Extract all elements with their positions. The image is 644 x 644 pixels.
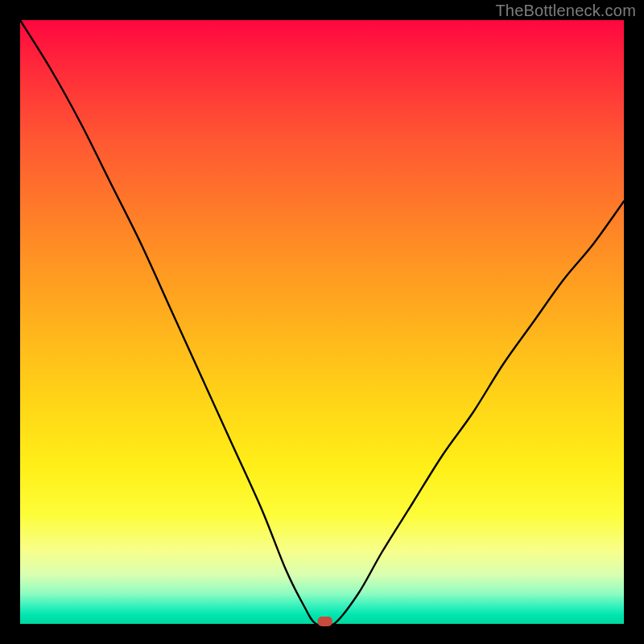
bottleneck-curve [20, 20, 624, 627]
chart-frame: TheBottleneck.com [0, 0, 644, 644]
watermark-text: TheBottleneck.com [495, 2, 636, 20]
minimum-marker [318, 617, 332, 626]
plot-area [20, 20, 624, 624]
curve-layer [20, 20, 624, 624]
